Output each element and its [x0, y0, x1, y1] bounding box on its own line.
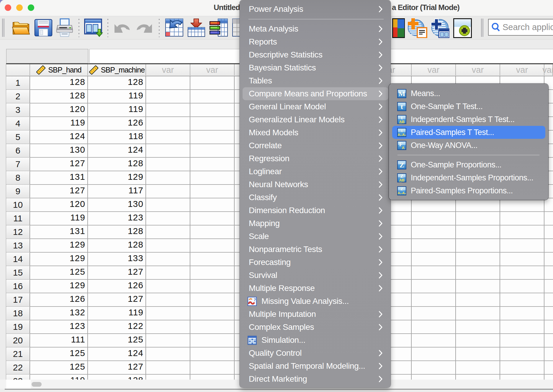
svg-text:M: M — [398, 90, 405, 98]
svg-text:A₁-A₂: A₁-A₂ — [398, 191, 406, 195]
svg-text:Z: Z — [400, 161, 404, 169]
svg-text:?: ? — [254, 297, 256, 302]
svg-text:t: t — [401, 103, 403, 111]
svg-text:A₁-A₂: A₁-A₂ — [398, 133, 406, 136]
svg-text:Z: Z — [400, 173, 403, 178]
svg-text:t: t — [401, 128, 403, 133]
svg-text:A̲B: A̲B — [399, 178, 405, 182]
svg-text:A: A — [402, 146, 405, 150]
svg-text:A̲B: A̲B — [399, 120, 405, 124]
svg-text:Z: Z — [400, 186, 403, 191]
